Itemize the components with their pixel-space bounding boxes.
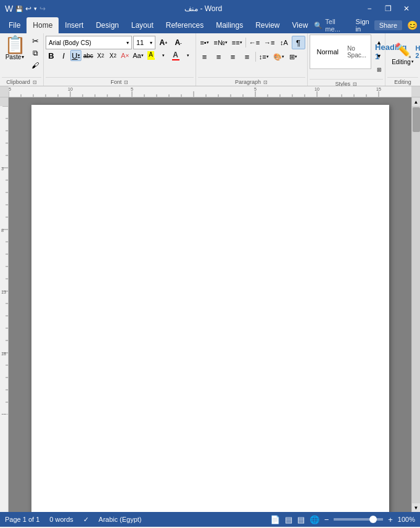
scroll-track[interactable] bbox=[412, 106, 421, 503]
editing-button[interactable]: ✏️ Editing ▾ bbox=[387, 35, 418, 72]
zoom-out-button[interactable]: − bbox=[324, 515, 329, 524]
signin-button[interactable]: Sign in bbox=[356, 18, 369, 33]
editing-caret[interactable]: ▾ bbox=[411, 59, 414, 64]
quick-save-icon[interactable]: 💾 bbox=[15, 6, 23, 12]
tab-file[interactable]: File bbox=[2, 17, 27, 33]
editing-label: Editing bbox=[392, 59, 411, 65]
underline-button[interactable]: U ▾ bbox=[70, 50, 81, 61]
zoom-in-button[interactable]: + bbox=[388, 515, 393, 524]
quick-undo-drop[interactable]: ▾ bbox=[34, 6, 37, 12]
tab-home[interactable]: Home bbox=[27, 17, 59, 33]
zoom-level[interactable]: 100% bbox=[398, 516, 415, 523]
underline-caret[interactable]: ▾ bbox=[78, 53, 80, 58]
decrease-indent-button[interactable]: ←≡ bbox=[247, 36, 261, 49]
word-count[interactable]: 0 words bbox=[49, 516, 73, 524]
increase-indent-button[interactable]: →≡ bbox=[262, 36, 276, 49]
scroll-down-button[interactable]: ▼ bbox=[412, 503, 421, 512]
styles-scroll-up[interactable]: ▲ bbox=[373, 36, 386, 49]
shrink-font-button[interactable]: A- bbox=[171, 36, 185, 49]
cut-button[interactable]: ✂ bbox=[29, 35, 41, 46]
scroll-up-button[interactable]: ▲ bbox=[412, 97, 421, 106]
paste-caret[interactable]: ▾ bbox=[22, 54, 24, 60]
proofing-icon[interactable]: ✓ bbox=[83, 516, 89, 524]
window-title: منف - Word bbox=[46, 4, 361, 13]
scroll-thumb[interactable] bbox=[413, 107, 420, 132]
tab-view[interactable]: View bbox=[286, 17, 315, 33]
highlight-color-button[interactable]: A bbox=[146, 50, 157, 61]
font-name-dropdown[interactable]: Arial (Body CS) ▾ bbox=[46, 36, 132, 49]
align-right-button[interactable]: ≡ bbox=[226, 50, 240, 64]
paste-button[interactable]: 📋 Paste ▾ bbox=[2, 35, 28, 72]
case-button[interactable]: Aa▾ bbox=[132, 50, 144, 61]
paragraph-label: Paragraph ⊡ bbox=[198, 77, 305, 86]
tell-me-text[interactable]: Tell me... bbox=[325, 18, 348, 33]
subscript-button[interactable]: X2 bbox=[95, 50, 106, 61]
styles-box: Normal No Spac... Heading 1 Heading 2 bbox=[310, 35, 371, 69]
styles-group: Normal No Spac... Heading 1 Heading 2 ▲ … bbox=[308, 33, 386, 86]
language-indicator[interactable]: Arabic (Egypt) bbox=[99, 516, 142, 524]
line-spacing-button[interactable]: ↕≡▾ bbox=[257, 50, 271, 64]
status-bar: Page 1 of 1 0 words ✓ Arabic (Egypt) 📄 ▤… bbox=[0, 512, 420, 527]
strikethrough-button[interactable]: abc bbox=[83, 50, 94, 61]
page-indicator[interactable]: Page 1 of 1 bbox=[5, 516, 39, 524]
style-no-spacing[interactable]: No Spac... bbox=[343, 43, 371, 60]
font-size-caret: ▾ bbox=[150, 40, 152, 46]
sort-button[interactable]: ↕A bbox=[278, 36, 291, 49]
window-controls: − ❐ ✕ bbox=[361, 0, 415, 17]
paragraph-group: ≡•▾ ≡№▾ ≡≡▾ ←≡ →≡ ↕A ¶ ≡ ≡ ≡ ≡ ↕≡▾ 🎨▾ ⊞▾ bbox=[196, 33, 308, 86]
emoji-icon[interactable]: 😊 bbox=[407, 20, 418, 30]
grow-font-button[interactable]: A+ bbox=[157, 36, 170, 49]
font-size-value: 11 bbox=[136, 39, 144, 46]
show-hide-button[interactable]: ¶ bbox=[292, 36, 305, 49]
tell-me-area: 🔍 Tell me... bbox=[314, 17, 348, 33]
zoom-thumb bbox=[369, 516, 377, 523]
bold-button[interactable]: B bbox=[46, 50, 57, 61]
format-painter-button[interactable]: 🖌 bbox=[29, 60, 41, 71]
align-left-button[interactable]: ≡ bbox=[198, 50, 212, 64]
minimize-button[interactable]: − bbox=[361, 0, 378, 17]
zoom-slider[interactable] bbox=[334, 518, 383, 521]
tab-mailings[interactable]: Mailings bbox=[210, 17, 249, 33]
clear-format-button[interactable]: A✕ bbox=[120, 50, 131, 61]
font-expand-icon[interactable]: ⊡ bbox=[124, 80, 128, 85]
tab-references[interactable]: References bbox=[160, 17, 210, 33]
justify-button[interactable]: ≡ bbox=[241, 50, 254, 64]
share-button[interactable]: Share bbox=[374, 20, 402, 30]
title-bar: W 💾 ↩ ▾ ↪ منف - Word − ❐ ✕ bbox=[0, 0, 420, 17]
numbering-button[interactable]: ≡№▾ bbox=[212, 36, 229, 49]
font-color-caret[interactable]: ▾ bbox=[183, 50, 194, 61]
italic-button[interactable]: I bbox=[58, 50, 69, 61]
highlight-caret[interactable]: ▾ bbox=[158, 50, 169, 61]
superscript-button[interactable]: X2 bbox=[107, 50, 118, 61]
restore-button[interactable]: ❐ bbox=[379, 0, 397, 17]
font-color-button[interactable]: A bbox=[170, 50, 181, 61]
style-normal[interactable]: Normal bbox=[313, 46, 343, 57]
tab-review[interactable]: Review bbox=[249, 17, 286, 33]
editing-icon: ✏️ bbox=[395, 43, 411, 59]
paragraph-expand-icon[interactable]: ⊡ bbox=[263, 80, 268, 85]
doc-stats-icon[interactable]: 📄 bbox=[270, 515, 280, 524]
view-print-icon[interactable]: ▤ bbox=[297, 515, 305, 524]
tab-insert[interactable]: Insert bbox=[59, 17, 89, 33]
bullets-button[interactable]: ≡•▾ bbox=[198, 36, 212, 49]
vertical-scrollbar[interactable]: ▲ ▼ bbox=[411, 97, 420, 512]
view-web-icon[interactable]: 🌐 bbox=[310, 515, 319, 524]
font-name-value: Arial (Body CS) bbox=[49, 39, 91, 46]
borders-button[interactable]: ⊞▾ bbox=[287, 50, 300, 64]
quick-undo-btn[interactable]: ↩ bbox=[25, 4, 31, 13]
tab-design[interactable]: Design bbox=[89, 17, 125, 33]
shading-button[interactable]: 🎨▾ bbox=[271, 50, 286, 64]
view-normal-icon[interactable]: ▤ bbox=[285, 515, 292, 524]
clipboard-expand-icon[interactable]: ⊡ bbox=[33, 80, 37, 85]
document-page[interactable] bbox=[31, 105, 389, 512]
font-size-dropdown[interactable]: 11 ▾ bbox=[133, 36, 155, 49]
multilevel-button[interactable]: ≡≡▾ bbox=[230, 36, 244, 49]
close-button[interactable]: ✕ bbox=[398, 0, 415, 17]
quick-redo-btn[interactable]: ↪ bbox=[39, 4, 46, 13]
tab-layout[interactable]: Layout bbox=[125, 17, 160, 33]
align-center-button[interactable]: ≡ bbox=[212, 50, 226, 64]
page-container bbox=[9, 97, 411, 512]
styles-scroll-down[interactable]: ▼ bbox=[373, 49, 386, 63]
styles-more-button[interactable]: ⊞ bbox=[373, 63, 386, 76]
copy-button[interactable]: ⧉ bbox=[29, 47, 41, 59]
